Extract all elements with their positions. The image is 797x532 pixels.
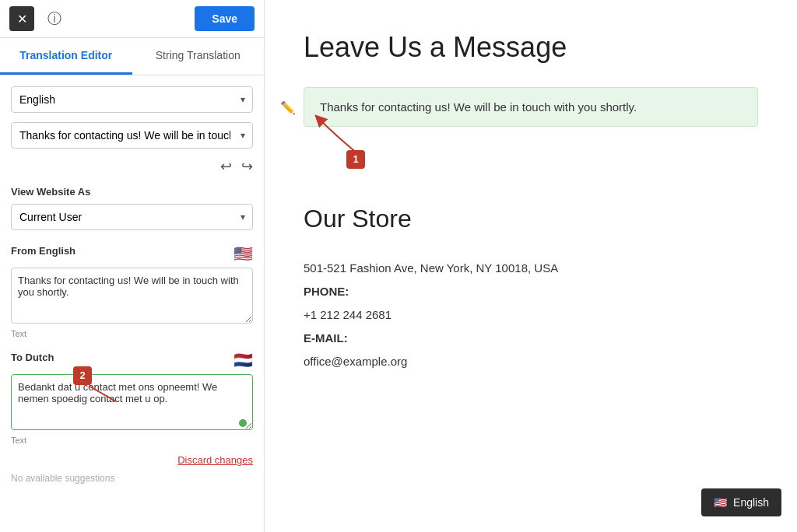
to-textarea[interactable]: [11, 374, 253, 430]
from-section: From English 🇺🇸 Text: [11, 244, 253, 338]
discard-button[interactable]: Discard changes: [177, 454, 253, 466]
no-suggestions-text: No available suggestions: [11, 473, 253, 484]
email-label: E-MAIL:: [304, 331, 348, 345]
right-panel: Leave Us a Message ✏️ Thanks for contact…: [265, 0, 797, 532]
view-as-select[interactable]: Current User Guest Admin: [11, 204, 253, 230]
tab-translation-editor[interactable]: Translation Editor: [0, 38, 132, 75]
from-textarea[interactable]: [11, 268, 253, 324]
view-as-select-wrapper[interactable]: Current User Guest Admin: [11, 204, 253, 230]
close-button[interactable]: ✕: [9, 6, 34, 31]
undo-button[interactable]: ↩: [220, 158, 232, 175]
redo-button[interactable]: ↪: [241, 158, 253, 175]
tabs-bar: Translation Editor String Translation: [0, 38, 264, 75]
to-header: To Dutch 🇳🇱: [11, 351, 253, 369]
to-textarea-wrapper: [11, 374, 253, 433]
us-flag-icon: 🇺🇸: [233, 244, 253, 263]
nl-flag-icon: 🇳🇱: [233, 351, 253, 369]
save-indicator: [239, 419, 247, 427]
lang-label: English: [733, 496, 769, 509]
email-address: office@example.org: [304, 350, 758, 373]
panel-body: English Dutch French German Thanks for c…: [0, 75, 264, 532]
lang-flag-icon: 🇺🇸: [714, 496, 727, 509]
view-website-as-section: View Website As Current User Guest Admin: [11, 186, 253, 230]
page-heading: Leave Us a Message: [304, 31, 758, 64]
annotation-badge-1: 1: [346, 150, 365, 169]
undo-redo-bar: ↩ ↪: [11, 158, 253, 175]
left-panel: ✕ ⓘ Save Translation Editor String Trans…: [0, 0, 265, 532]
to-section: To Dutch 🇳🇱 2 Text Discard changes No av…: [11, 351, 253, 484]
phone-number: +1 212 244 2681: [304, 303, 758, 327]
to-field-type: Text: [11, 436, 253, 445]
annotation-badge-2: 2: [73, 366, 92, 385]
phone-label: PHONE:: [304, 285, 349, 298]
string-select[interactable]: Thanks for contacting us! We will be in …: [11, 122, 253, 149]
store-address: 501-521 Fashion Ave, New York, NY 10018,…: [304, 257, 758, 280]
top-bar: ✕ ⓘ Save: [0, 0, 264, 38]
store-heading: Our Store: [304, 205, 758, 233]
language-select-wrapper[interactable]: English Dutch French German: [11, 86, 253, 113]
save-button[interactable]: Save: [195, 6, 255, 31]
view-website-as-label: View Website As: [11, 186, 253, 198]
info-button[interactable]: ⓘ: [42, 6, 67, 31]
from-label: From English: [11, 245, 75, 257]
edit-icon[interactable]: ✏️: [280, 100, 296, 114]
store-info: 501-521 Fashion Ave, New York, NY 10018,…: [304, 257, 758, 373]
from-header: From English 🇺🇸: [11, 244, 253, 263]
from-field-type: Text: [11, 329, 253, 338]
tab-string-translation[interactable]: String Translation: [132, 38, 265, 75]
to-label: To Dutch: [11, 352, 54, 363]
language-select[interactable]: English Dutch French German: [11, 86, 253, 113]
lang-switcher[interactable]: 🇺🇸 English: [701, 488, 781, 516]
string-select-wrapper[interactable]: Thanks for contacting us! We will be in …: [11, 122, 253, 149]
